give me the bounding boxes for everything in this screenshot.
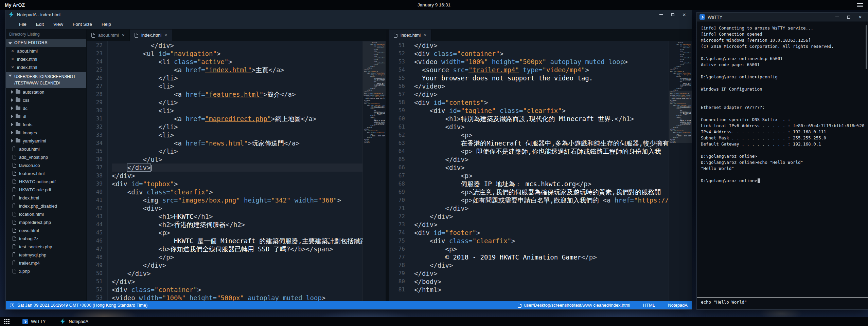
code-line[interactable]: <li>	[112, 131, 386, 139]
open-editor-item[interactable]: ×about.html	[6, 47, 86, 55]
code-line[interactable]: <b>你知道我們全線伺服器已轉用 SSD 了嗎?</b></span>	[112, 245, 386, 253]
tree-folder-item[interactable]: autostation	[6, 88, 86, 96]
close-icon[interactable]: ×	[11, 57, 14, 61]
code-line[interactable]: </li>	[112, 147, 386, 155]
code-line[interactable]: </div>	[112, 172, 386, 180]
tree-folder-item[interactable]: yamlyamlml	[6, 137, 86, 145]
code-line[interactable]: </li>	[112, 123, 386, 131]
menu-font-size[interactable]: Font Size	[68, 20, 96, 28]
minimap-viewport[interactable]	[669, 91, 692, 143]
app-launcher-icon[interactable]	[4, 319, 10, 324]
code-line[interactable]: <img src="images/box.png" height="342" w…	[112, 196, 386, 204]
tree-file-item[interactable]: mapredirect.php	[6, 218, 86, 226]
tree-file-item[interactable]: testmysql.php	[6, 251, 86, 259]
tree-file-item[interactable]: location.html	[6, 210, 86, 218]
tree-file-item[interactable]: x.php	[6, 267, 86, 275]
editor-tab[interactable]: index.html×	[130, 30, 172, 41]
code-content[interactable]: </div> <ul id="navigation"> <li class="a…	[108, 41, 386, 301]
tree-file-item[interactable]: about.html	[6, 145, 86, 153]
tree-folder-item[interactable]: dl	[6, 112, 86, 120]
tree-file-item[interactable]: HKWTC notice.pdf	[6, 177, 86, 186]
status-file-path[interactable]: user/Desktop/screenshot/test/www cleaned…	[518, 303, 630, 308]
code-line[interactable]: Your browser does not support the video …	[414, 74, 692, 82]
code-line[interactable]: <ul id="navigation">	[112, 50, 386, 58]
code-line[interactable]: <li>	[112, 107, 386, 115]
code-line[interactable]: </div>	[112, 269, 386, 277]
open-editor-item[interactable]: ×index.html	[6, 55, 86, 63]
code-line[interactable]: </ul>	[112, 155, 386, 164]
tree-file-item[interactable]: teabag.7z	[6, 234, 86, 243]
code-line[interactable]: <div id="topbox">	[112, 180, 386, 188]
code-line[interactable]: <p>請注意,我們的伺服器為確保玩家及遊玩時的質素,我們對的服務開	[414, 188, 692, 196]
menu-file[interactable]: File	[15, 20, 31, 28]
menu-edit[interactable]: Edit	[32, 20, 48, 28]
code-line[interactable]: <video width="100%" height="500px" autop…	[414, 58, 692, 66]
maximize-icon[interactable]	[668, 11, 677, 18]
close-icon[interactable]: ×	[424, 33, 426, 38]
code-line[interactable]: </p>	[112, 253, 386, 261]
minimap[interactable]: </div> <ul id="navigation"> <li class="a…	[362, 41, 386, 301]
tree-file-item[interactable]: index.php_disabled	[6, 202, 86, 210]
code-line[interactable]: <div class="container">	[112, 286, 386, 294]
open-editor-item[interactable]: ×index.html	[6, 63, 86, 71]
code-line[interactable]: </div>	[414, 212, 692, 220]
close-icon[interactable]: ×	[164, 33, 167, 38]
code-line[interactable]: </div>	[112, 164, 386, 172]
close-icon[interactable]: ×	[855, 14, 865, 20]
close-icon[interactable]: ×	[679, 11, 689, 18]
code-line[interactable]: </div>	[414, 204, 692, 212]
code-line[interactable]: <video width="100%" height="500px" autop…	[112, 294, 386, 301]
minimap-viewport[interactable]	[363, 41, 386, 96]
code-content[interactable]: </div><div class="container"><video widt…	[410, 41, 692, 301]
notepada-titlebar[interactable]: NotepadA - index.html ×	[6, 10, 692, 19]
code-line[interactable]: <a href="features.html">簡介</a>	[112, 90, 386, 98]
menu-view[interactable]: View	[49, 20, 68, 28]
tree-file-item[interactable]: favicon.ico	[6, 161, 86, 169]
tree-file-item[interactable]: HKWTC rule.pdf	[6, 186, 86, 194]
code-line[interactable]: </li>	[112, 74, 386, 82]
tree-file-item[interactable]: add_vhost.php	[6, 153, 86, 161]
code-line[interactable]: <source src="trailer.mp4" type="video/mp…	[414, 66, 692, 74]
code-line[interactable]: <div id="footer">	[414, 229, 692, 237]
tree-file-item[interactable]: features.html	[6, 169, 86, 177]
code-line[interactable]: HKWTC 是一個 Minecraft 的建築伺服器,主要建築計劃包括鐵路	[112, 237, 386, 245]
taskbar-item-notepada[interactable]: NotepadA	[58, 317, 90, 326]
desktop-home-label[interactable]: My ArOZ	[5, 2, 25, 8]
code-line[interactable]: <div>	[112, 204, 386, 212]
tree-file-item[interactable]: index.html	[6, 194, 86, 202]
code-line[interactable]: </div>	[112, 261, 386, 269]
code-line[interactable]: © 2018 - 2019 HKWTC Animation Gamer</p>	[414, 253, 692, 261]
code-line[interactable]: </div>	[414, 220, 692, 229]
minimize-icon[interactable]	[656, 11, 666, 18]
status-language-mode[interactable]: HTML	[643, 303, 655, 308]
code-line[interactable]: </div>	[414, 261, 692, 269]
code-line[interactable]: <div id="tagline" class="clearfix">	[414, 107, 692, 115]
code-editor[interactable]: 2223242526272829303132333435363738394041…	[87, 41, 386, 301]
code-line[interactable]: <div id="contents">	[414, 98, 692, 107]
tree-folder-item[interactable]: dc	[6, 104, 86, 112]
code-line[interactable]: <p>	[112, 229, 386, 237]
code-line[interactable]: </div>	[414, 41, 692, 50]
minimize-icon[interactable]	[832, 14, 842, 20]
close-icon[interactable]: ×	[11, 49, 14, 53]
code-line[interactable]: <p>如有問題或需要申請白名單,歡迎加入我們的 <a href="https:/…	[414, 196, 692, 204]
code-line[interactable]: <h2>香港的建築伺服器</h2>	[112, 220, 386, 229]
tree-folder-item[interactable]: images	[6, 129, 86, 137]
terminal-input[interactable]: echo "Hello World"	[697, 297, 868, 309]
tree-folder-item[interactable]: css	[6, 96, 86, 104]
code-line[interactable]: <h1>HKWTC</h1>	[112, 212, 386, 220]
code-line[interactable]: <div class="container">	[414, 50, 692, 58]
tree-file-item[interactable]: trailer.mp4	[6, 259, 86, 267]
code-line[interactable]: <p>	[414, 245, 692, 253]
tree-file-item[interactable]: test_sockets.php	[6, 243, 86, 251]
code-line[interactable]: </div>	[414, 155, 692, 164]
wstty-titlebar[interactable]: WsTTY ×	[697, 13, 868, 22]
terminal-output[interactable]: [info] Conencting to arozos WsTTY servic…	[697, 22, 868, 297]
editor-tab[interactable]: index.html×	[389, 30, 431, 41]
close-icon[interactable]: ×	[11, 65, 14, 70]
code-line[interactable]: <li class="active">	[112, 58, 386, 66]
code-line[interactable]: 在香港的Minecraft 伺服器中,多為小遊戲和純生存的伺服器,較少擁有	[414, 139, 692, 147]
taskbar-item-wstty[interactable]: WsTTY	[21, 317, 47, 326]
code-line[interactable]: <a href="news.html">玩家傳送門</a>	[112, 139, 386, 147]
tree-folder-item[interactable]: fonts	[6, 120, 86, 129]
